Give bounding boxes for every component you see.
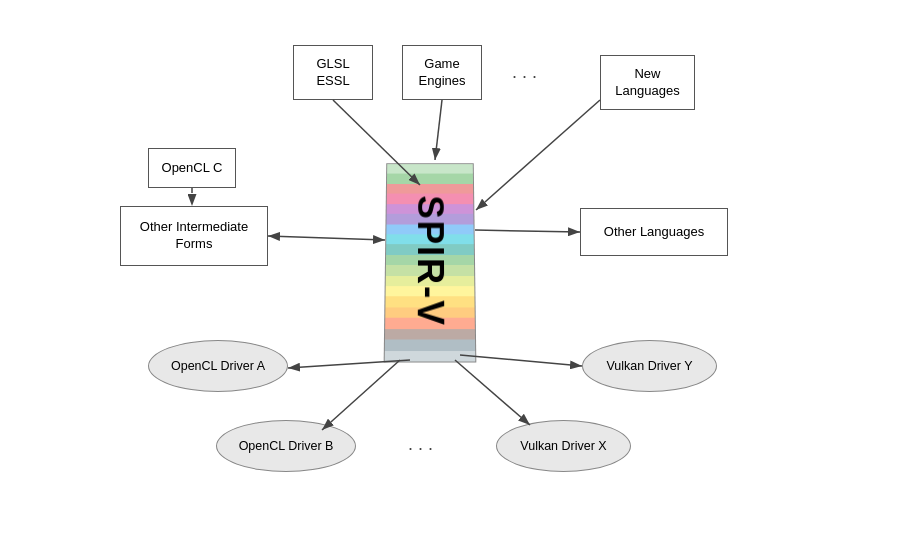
svg-line-4 xyxy=(476,100,600,210)
vulkan-driver-x-ellipse: Vulkan Driver X xyxy=(496,420,631,472)
dots-top: . . . xyxy=(512,62,537,83)
svg-line-3 xyxy=(435,100,442,160)
game-engines-box: Game Engines xyxy=(402,45,482,100)
dots-bottom: . . . xyxy=(408,434,433,455)
diagram-container: SPIR-V GLSL ESSL Game Engines New Langua… xyxy=(0,0,900,540)
svg-line-11 xyxy=(455,360,530,425)
opencl-driver-b-ellipse: OpenCL Driver B xyxy=(216,420,356,472)
other-languages-box: Other Languages xyxy=(580,208,728,256)
vulkan-driver-y-ellipse: Vulkan Driver Y xyxy=(582,340,717,392)
spirv-box xyxy=(384,163,477,362)
svg-line-6 xyxy=(268,236,385,240)
opencl-c-box: OpenCL C xyxy=(148,148,236,188)
svg-line-9 xyxy=(322,360,400,430)
opencl-driver-a-ellipse: OpenCL Driver A xyxy=(148,340,288,392)
svg-line-10 xyxy=(460,355,582,366)
glsl-essl-box: GLSL ESSL xyxy=(293,45,373,100)
other-intermediate-box: Other Intermediate Forms xyxy=(120,206,268,266)
new-languages-box: New Languages xyxy=(600,55,695,110)
svg-line-7 xyxy=(475,230,580,232)
